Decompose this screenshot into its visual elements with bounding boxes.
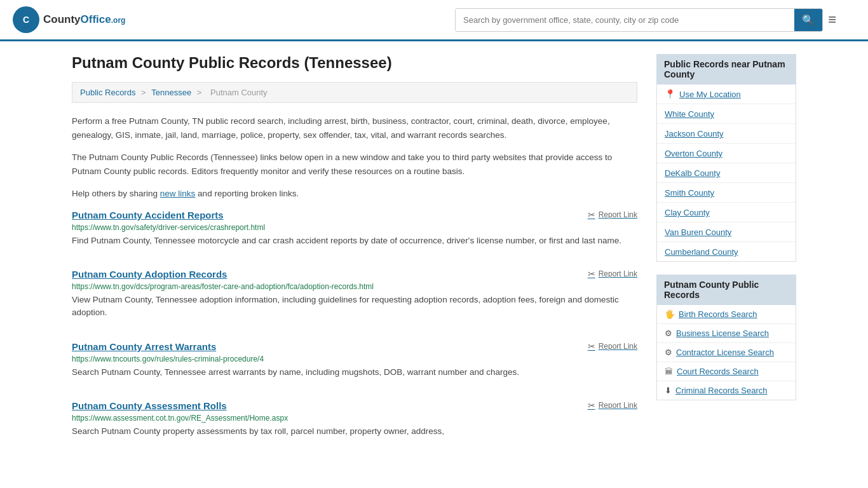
search-button[interactable]: 🔍	[794, 9, 822, 31]
breadcrumb-public-records[interactable]: Public Records	[80, 88, 135, 97]
list-item[interactable]: Overton County	[657, 144, 796, 163]
menu-button[interactable]: ≡	[828, 13, 836, 27]
nearby-list: 📍 Use My Location White County Jackson C…	[656, 85, 796, 262]
record-item: Putnam County Adoption Records ✂ Report …	[72, 269, 637, 326]
report-icon: ✂	[588, 341, 595, 351]
record-item: Putnam County Assessment Rolls ✂ Report …	[72, 400, 637, 444]
hamburger-icon: ≡	[828, 11, 836, 27]
record-title: Putnam County Assessment Rolls ✂ Report …	[72, 400, 637, 411]
record-url[interactable]: https://www.assessment.cot.tn.gov/RE_Ass…	[72, 414, 637, 423]
record-link[interactable]: Putnam County Arrest Warrants	[72, 341, 216, 352]
search-wrapper: 🔍	[455, 8, 823, 32]
report-label: Report Link	[599, 342, 637, 351]
report-label: Report Link	[599, 210, 637, 219]
intro-para2: The Putnam County Public Records (Tennes…	[72, 151, 637, 178]
right-sidebar: Public Records near Putnam County 📍 Use …	[656, 54, 796, 459]
record-desc: Search Putnam County, Tennessee arrest w…	[72, 366, 637, 379]
record-link[interactable]: Putnam County Assessment Rolls	[72, 400, 227, 411]
record-title: Putnam County Accident Reports ✂ Report …	[72, 210, 637, 220]
record-title: Putnam County Arrest Warrants ✂ Report L…	[72, 341, 637, 352]
record-url[interactable]: https://www.tn.gov/dcs/program-areas/fos…	[72, 282, 637, 291]
list-item[interactable]: 🖐 Birth Records Search	[657, 305, 796, 324]
report-icon: ✂	[588, 269, 595, 279]
report-link-btn[interactable]: ✂ Report Link	[588, 400, 637, 410]
overton-county-link[interactable]: Overton County	[665, 149, 722, 158]
intro-para1: Perform a free Putnam County, TN public …	[72, 114, 637, 142]
left-content: Putnam County Public Records (Tennessee)…	[72, 54, 637, 459]
logo-area: C CountyOffice.org	[13, 6, 125, 33]
new-links-link[interactable]: new links	[160, 189, 196, 198]
record-url[interactable]: https://www.tn.gov/safety/driver-service…	[72, 223, 637, 232]
van-buren-county-link[interactable]: Van Buren County	[665, 227, 731, 237]
record-desc: View Putnam County, Tennessee adoption i…	[72, 294, 637, 320]
list-item[interactable]: ⚙ Contractor License Search	[657, 343, 796, 362]
intro-para3: Help others by sharing new links and rep…	[72, 187, 637, 201]
search-input[interactable]	[456, 9, 794, 31]
report-link-btn[interactable]: ✂ Report Link	[588, 210, 637, 220]
birth-records-link[interactable]: Birth Records Search	[679, 309, 757, 319]
jackson-county-link[interactable]: Jackson County	[665, 129, 724, 139]
nearby-section: Public Records near Putnam County 📍 Use …	[656, 54, 796, 262]
records-list: Putnam County Accident Reports ✂ Report …	[72, 210, 637, 444]
list-item[interactable]: ⬇ Criminal Records Search	[657, 381, 796, 400]
list-item[interactable]: Smith County	[657, 183, 796, 203]
intro-para3-prefix: Help others by sharing	[72, 189, 160, 198]
breadcrumb-tennessee[interactable]: Tennessee	[151, 88, 191, 97]
court-records-icon: 🏛	[665, 367, 673, 376]
record-url[interactable]: https://www.tncourts.gov/rules/rules-cri…	[72, 355, 637, 363]
business-license-icon: ⚙	[665, 329, 672, 338]
list-item[interactable]: Cumberland County	[657, 242, 796, 261]
use-my-location-link[interactable]: Use My Location	[679, 90, 741, 99]
location-pin-icon: 📍	[665, 89, 675, 99]
svg-text:C: C	[23, 15, 29, 25]
breadcrumb-sep1: >	[141, 88, 148, 97]
breadcrumb: Public Records > Tennessee > Putnam Coun…	[72, 82, 637, 103]
page-title: Putnam County Public Records (Tennessee)	[72, 54, 637, 72]
search-area: 🔍 ≡	[455, 8, 836, 32]
report-label: Report Link	[599, 401, 637, 410]
public-records-section: Putnam County Public Records 🖐 Birth Rec…	[656, 274, 796, 400]
record-desc: Find Putnam County, Tennessee motorcycle…	[72, 234, 637, 247]
report-icon: ✂	[588, 400, 595, 410]
logo-icon: C	[13, 6, 39, 33]
intro-para3-suffix: and reporting broken links.	[195, 189, 299, 198]
list-item[interactable]: 🏛 Court Records Search	[657, 362, 796, 381]
cumberland-county-link[interactable]: Cumberland County	[665, 247, 738, 257]
breadcrumb-current: Putnam County	[210, 88, 268, 97]
business-license-link[interactable]: Business License Search	[676, 329, 769, 338]
header: C CountyOffice.org 🔍 ≡	[0, 0, 868, 41]
white-county-link[interactable]: White County	[665, 109, 714, 119]
list-item[interactable]: Clay County	[657, 203, 796, 222]
report-link-btn[interactable]: ✂ Report Link	[588, 269, 637, 279]
list-item[interactable]: Van Buren County	[657, 222, 796, 242]
smith-county-link[interactable]: Smith County	[665, 188, 714, 198]
logo-text: CountyOffice.org	[43, 13, 125, 26]
nearby-header: Public Records near Putnam County	[656, 54, 796, 85]
list-item[interactable]: ⚙ Business License Search	[657, 324, 796, 343]
record-title: Putnam County Adoption Records ✂ Report …	[72, 269, 637, 280]
record-item: Putnam County Accident Reports ✂ Report …	[72, 210, 637, 254]
contractor-license-link[interactable]: Contractor License Search	[676, 348, 774, 357]
clay-county-link[interactable]: Clay County	[665, 208, 710, 217]
criminal-records-link[interactable]: Criminal Records Search	[675, 386, 768, 395]
record-link[interactable]: Putnam County Accident Reports	[72, 210, 224, 220]
court-records-link[interactable]: Court Records Search	[677, 367, 759, 376]
public-records-header: Putnam County Public Records	[656, 274, 796, 305]
criminal-records-icon: ⬇	[665, 386, 672, 395]
use-my-location-item[interactable]: 📍 Use My Location	[657, 85, 796, 104]
report-label: Report Link	[599, 269, 637, 278]
breadcrumb-sep2: >	[197, 88, 204, 97]
report-link-btn[interactable]: ✂ Report Link	[588, 341, 637, 351]
contractor-license-icon: ⚙	[665, 348, 672, 357]
dekalb-county-link[interactable]: DeKalb County	[665, 168, 720, 178]
list-item[interactable]: Jackson County	[657, 124, 796, 144]
list-item[interactable]: White County	[657, 104, 796, 124]
birth-records-icon: 🖐	[665, 309, 675, 319]
report-icon: ✂	[588, 210, 595, 220]
record-desc: Search Putnam County property assessment…	[72, 425, 637, 438]
public-records-list: 🖐 Birth Records Search ⚙ Business Licens…	[656, 305, 796, 400]
list-item[interactable]: DeKalb County	[657, 163, 796, 183]
record-link[interactable]: Putnam County Adoption Records	[72, 269, 227, 280]
search-icon: 🔍	[802, 15, 815, 25]
record-item: Putnam County Arrest Warrants ✂ Report L…	[72, 341, 637, 385]
